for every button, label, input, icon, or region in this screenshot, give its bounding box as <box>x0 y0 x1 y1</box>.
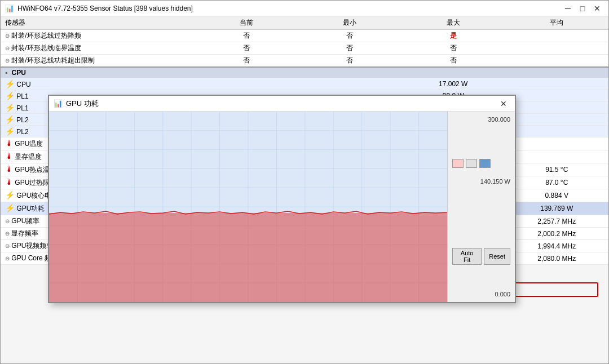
dialog-title-left: 📊 GPU 功耗 <box>54 99 99 109</box>
col-header-min: 最小 <box>298 16 401 30</box>
avg-val: 2,257.7 MHz <box>505 215 608 228</box>
chart-area <box>49 112 447 302</box>
chart-max-value: 300.000 <box>452 116 510 123</box>
circle-icon: ⊖ <box>5 218 10 224</box>
bolt-icon: ⚡ <box>5 91 15 100</box>
avg-val <box>505 78 608 90</box>
sensor-name: ⊖ 封装/环形总线过热降频 <box>1 30 195 42</box>
thermometer-icon: 🌡 <box>5 152 13 161</box>
avg-val <box>505 42 608 55</box>
sensor-name: ⊖ 封装/环形总线临界温度 <box>1 42 195 55</box>
bolt-icon: ⚡ <box>5 79 15 88</box>
min-val: 否 <box>298 30 401 42</box>
color-swatches <box>452 159 510 168</box>
avg-val: 87.0 °C <box>505 176 608 189</box>
avg-val <box>505 102 608 114</box>
avg-val: 2,080.0 MHz <box>505 252 608 265</box>
thermometer-icon: 🌡 <box>5 165 13 174</box>
gpu-chart-dialog[interactable]: 📊 GPU 功耗 ✕ <box>48 95 516 303</box>
avg-val <box>505 90 608 102</box>
table-row: ⊖ 封装/环形总线功耗超出限制 否 否 否 <box>1 55 608 68</box>
max-val: 是 <box>401 30 505 42</box>
col-header-max: 最大 <box>401 16 505 30</box>
col-header-sensor: 传感器 <box>1 16 195 30</box>
sensor-name: ⚡ CPU <box>1 78 195 90</box>
auto-fit-button[interactable]: Auto Fit <box>452 248 482 265</box>
color-swatch-1 <box>452 159 464 168</box>
maximize-button[interactable]: □ <box>576 3 589 14</box>
svg-rect-23 <box>49 213 447 302</box>
circle-icon: ⊖ <box>5 255 10 261</box>
avg-val <box>505 30 608 42</box>
bolt-icon: ⚡ <box>5 103 15 112</box>
avg-val <box>505 55 608 68</box>
current-val: 否 <box>195 42 298 55</box>
avg-val: 91.5 °C <box>505 163 608 176</box>
chart-sidebar: 300.000 140.150 W Auto Fit Reset 0.000 <box>447 112 515 302</box>
chart-svg <box>49 112 447 302</box>
color-swatch-2 <box>466 159 477 168</box>
chart-current-value: 140.150 W <box>452 178 510 185</box>
min-val <box>298 78 401 90</box>
reset-button[interactable]: Reset <box>484 248 510 265</box>
title-bar: 📊 HWiNFO64 v7.72-5355 Sensor Status [398… <box>1 1 608 16</box>
table-row: ⊖ 封装/环形总线过热降频 否 否 是 <box>1 30 608 42</box>
min-val: 否 <box>298 42 401 55</box>
avg-val: 0.884 V <box>505 189 608 202</box>
avg-val <box>505 114 608 126</box>
circle-icon: ⊖ <box>5 230 10 237</box>
avg-val <box>505 126 608 137</box>
table-header-row: 传感器 当前 最小 最大 平均 <box>1 16 608 30</box>
thermometer-icon: 🌡 <box>5 177 13 187</box>
dialog-app-icon: 📊 <box>54 99 63 108</box>
circle-icon: ⊖ <box>5 45 10 51</box>
circle-icon: ⊖ <box>5 57 10 64</box>
avg-val: 139.769 W <box>505 202 608 215</box>
avg-val: 1,994.4 MHz <box>505 240 608 252</box>
col-header-current: 当前 <box>195 16 298 30</box>
chart-buttons: Auto Fit Reset <box>452 248 510 265</box>
bolt-icon: ⚡ <box>5 190 15 199</box>
table-row: ⚡ CPU 17.002 W <box>1 78 608 90</box>
avg-val: 2,000.2 MHz <box>505 228 608 240</box>
sensor-name: ⊖ 封装/环形总线功耗超出限制 <box>1 55 195 68</box>
current-val: 否 <box>195 30 298 42</box>
window-title: HWiNFO64 v7.72-5355 Sensor Status [398 v… <box>17 5 193 12</box>
bolt-icon: ⚡ <box>5 127 15 136</box>
bolt-icon: ⚡ <box>5 115 15 124</box>
color-swatch-3 <box>479 159 491 168</box>
dialog-body: 300.000 140.150 W Auto Fit Reset 0.000 <box>49 112 515 302</box>
red-value: 是 <box>450 32 457 39</box>
col-header-avg: 平均 <box>505 16 608 30</box>
max-val: 否 <box>401 42 505 55</box>
max-val: 17.002 W <box>401 78 505 90</box>
bolt-icon: ⚡ <box>5 203 15 212</box>
current-val: 否 <box>195 55 298 68</box>
title-bar-left: 📊 HWiNFO64 v7.72-5355 Sensor Status [398… <box>5 4 193 12</box>
minimize-button[interactable]: ─ <box>561 3 575 14</box>
thermometer-icon: 🌡 <box>5 139 13 148</box>
dialog-close-button[interactable]: ✕ <box>497 98 510 109</box>
section-header-cpu: ▪ CPU <box>1 67 608 78</box>
section-label: ▪ CPU <box>1 67 608 78</box>
min-val: 否 <box>298 55 401 68</box>
chart-zero-value: 0.000 <box>452 291 510 298</box>
app-icon: 📊 <box>5 4 14 12</box>
current-val <box>195 78 298 90</box>
table-row: ⊖ 封装/环形总线临界温度 否 否 否 <box>1 42 608 55</box>
circle-icon: ⊖ <box>5 33 10 39</box>
circle-icon: ⊖ <box>5 243 10 249</box>
avg-val <box>505 137 608 150</box>
avg-val <box>505 150 608 163</box>
max-val: 否 <box>401 55 505 68</box>
close-button[interactable]: ✕ <box>590 3 604 14</box>
dialog-title-bar: 📊 GPU 功耗 ✕ <box>49 96 515 112</box>
dialog-title: GPU 功耗 <box>66 99 99 109</box>
title-bar-controls: ─ □ ✕ <box>561 3 604 14</box>
